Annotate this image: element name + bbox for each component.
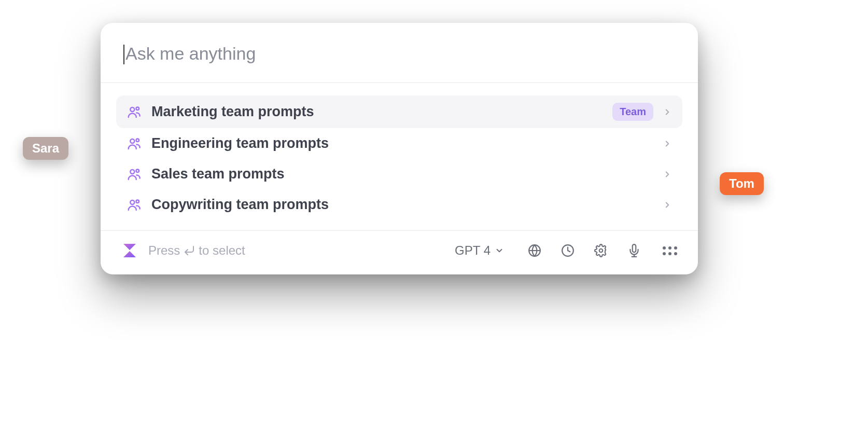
model-label: GPT 4 <box>455 243 491 258</box>
people-icon <box>127 167 142 182</box>
chevron-right-icon <box>663 139 672 148</box>
people-icon <box>127 197 142 213</box>
people-icon <box>127 136 142 151</box>
model-selector[interactable]: GPT 4 <box>455 243 508 258</box>
item-label: Sales team prompts <box>151 166 653 182</box>
collaborator-cursor-tom: Tom <box>720 172 764 195</box>
input-area: Ask me anything <box>101 23 698 82</box>
prompt-list: Marketing team prompts Team Engineering … <box>101 83 698 230</box>
chevron-right-icon <box>663 200 672 210</box>
list-item-marketing[interactable]: Marketing team prompts Team <box>116 95 682 128</box>
list-item-copywriting[interactable]: Copywriting team prompts <box>116 189 682 220</box>
svg-point-6 <box>130 200 134 204</box>
prompt-input[interactable]: Ask me anything <box>125 44 673 64</box>
chevron-right-icon <box>663 170 672 179</box>
svg-point-7 <box>136 200 139 203</box>
list-item-engineering[interactable]: Engineering team prompts <box>116 128 682 159</box>
chevron-down-icon <box>495 246 504 255</box>
svg-point-2 <box>130 139 134 143</box>
item-label: Marketing team prompts <box>151 104 603 120</box>
svg-point-0 <box>130 107 134 112</box>
svg-point-11 <box>599 249 603 253</box>
svg-point-1 <box>136 107 139 110</box>
svg-point-4 <box>130 170 134 174</box>
svg-point-3 <box>136 139 139 142</box>
item-label: Engineering team prompts <box>151 135 653 151</box>
collaborator-cursor-sara: Sara <box>23 137 68 160</box>
enter-key-icon <box>183 244 195 257</box>
hint-suffix: to select <box>199 243 245 258</box>
gear-icon[interactable] <box>594 244 608 257</box>
globe-icon[interactable] <box>528 244 541 257</box>
clock-icon[interactable] <box>561 244 575 257</box>
hint-prefix: Press <box>148 243 180 258</box>
list-item-sales[interactable]: Sales team prompts <box>116 159 682 189</box>
command-palette: Ask me anything Marketing team prompts T… <box>101 23 698 274</box>
microphone-icon[interactable] <box>627 244 641 257</box>
team-badge: Team <box>612 103 653 121</box>
item-label: Copywriting team prompts <box>151 197 653 213</box>
people-icon <box>127 104 142 120</box>
footer: Press to select GPT 4 <box>101 231 698 274</box>
chevron-right-icon <box>663 107 672 117</box>
app-logo-icon <box>121 242 138 259</box>
drag-handle-icon[interactable] <box>663 246 677 255</box>
footer-hint: Press to select <box>148 243 245 258</box>
svg-point-5 <box>136 169 139 172</box>
